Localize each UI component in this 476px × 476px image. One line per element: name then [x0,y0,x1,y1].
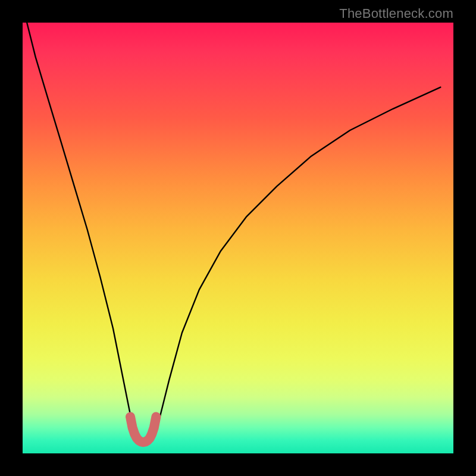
plot-area [23,23,453,453]
outer-frame: TheBottleneck.com [0,0,476,476]
highlight-segment-path [130,417,156,443]
attribution-text: TheBottleneck.com [339,6,453,21]
bottleneck-curve-path [27,23,440,445]
chart-svg [23,23,453,453]
